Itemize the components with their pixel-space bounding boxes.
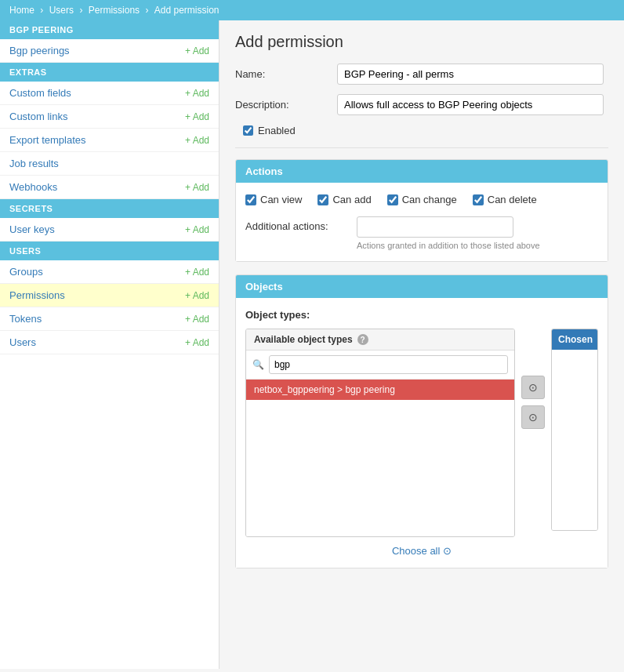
can-delete-label: Can delete xyxy=(488,194,537,205)
can-delete-group: Can delete xyxy=(473,194,537,205)
can-add-checkbox[interactable] xyxy=(317,194,328,205)
move-left-button[interactable]: ⊙ xyxy=(521,405,545,429)
actions-panel: Actions Can view Can add Can change xyxy=(235,159,608,262)
enabled-label: Enabled xyxy=(258,125,296,136)
sidebar-add-user-keys[interactable]: + Add xyxy=(185,224,209,235)
breadcrumb: Home › Users › Permissions › Add permiss… xyxy=(0,0,624,20)
sidebar-item-custom-fields[interactable]: Custom fields + Add xyxy=(0,82,219,105)
sidebar-item-groups-label: Groups xyxy=(9,266,43,278)
can-add-group: Can add xyxy=(317,194,371,205)
can-view-group: Can view xyxy=(245,194,302,205)
additional-actions-hint: Actions granted in addition to those lis… xyxy=(357,241,598,250)
breadcrumb-users[interactable]: Users xyxy=(49,5,74,16)
enabled-checkbox[interactable] xyxy=(243,125,253,136)
can-delete-checkbox[interactable] xyxy=(473,194,484,205)
can-view-checkbox[interactable] xyxy=(245,194,256,205)
sidebar-item-bgp-peerings-label: Bgp peerings xyxy=(9,45,70,56)
sidebar-item-bgp-peerings[interactable]: Bgp peerings + Add xyxy=(0,39,219,63)
additional-actions-input[interactable] xyxy=(357,216,513,238)
name-input[interactable] xyxy=(337,64,604,85)
can-add-label: Can add xyxy=(332,194,371,205)
arrow-buttons: ⊙ ⊙ xyxy=(515,376,551,429)
sidebar-item-permissions[interactable]: Permissions + Add xyxy=(0,284,219,307)
sidebar-add-custom-fields[interactable]: + Add xyxy=(185,88,209,99)
sidebar-item-job-results[interactable]: Job results xyxy=(0,152,219,176)
can-change-group: Can change xyxy=(387,194,457,205)
sidebar-section-users: USERS xyxy=(0,242,219,260)
can-change-label: Can change xyxy=(402,194,457,205)
move-right-button[interactable]: ⊙ xyxy=(521,376,545,399)
available-list-header: Available object types ? xyxy=(246,329,514,351)
breadcrumb-current: Add permission xyxy=(154,5,219,16)
dual-list-container: Available object types ? 🔍 netbox_bgppee… xyxy=(245,329,598,537)
sidebar-add-users[interactable]: + Add xyxy=(185,337,209,348)
sidebar-item-export-templates[interactable]: Export templates + Add xyxy=(0,129,219,152)
objects-panel: Objects Object types: Available object t… xyxy=(235,274,608,568)
divider xyxy=(235,147,608,148)
description-field-group: Description: xyxy=(235,94,608,115)
object-search-input[interactable] xyxy=(269,355,508,374)
can-view-label: Can view xyxy=(260,194,302,205)
additional-actions-right: Actions granted in addition to those lis… xyxy=(357,216,598,250)
sidebar-add-export-templates[interactable]: + Add xyxy=(185,135,209,146)
sidebar-item-custom-links[interactable]: Custom links + Add xyxy=(0,105,219,129)
list-items: netbox_bgppeering > bgp peering xyxy=(246,380,514,536)
sidebar-item-user-keys[interactable]: User keys + Add xyxy=(0,218,219,242)
sidebar-item-tokens[interactable]: Tokens + Add xyxy=(0,307,219,331)
objects-panel-header: Objects xyxy=(236,275,608,298)
sidebar-item-groups[interactable]: Groups + Add xyxy=(0,260,219,284)
sidebar-section-extras: EXTRAS xyxy=(0,63,219,82)
sidebar-add-tokens[interactable]: + Add xyxy=(185,314,209,325)
objects-panel-body: Object types: Available object types ? 🔍 xyxy=(236,298,608,568)
list-item-bgp-peering[interactable]: netbox_bgppeering > bgp peering xyxy=(246,380,514,400)
additional-actions-label: Additional actions: xyxy=(245,216,347,232)
description-input[interactable] xyxy=(337,94,604,115)
help-icon[interactable]: ? xyxy=(357,334,368,345)
sidebar-add-bgp-peerings[interactable]: + Add xyxy=(185,45,209,56)
sidebar-item-webhooks[interactable]: Webhooks + Add xyxy=(0,176,219,199)
page-title: Add permission xyxy=(235,33,608,51)
enabled-group: Enabled xyxy=(235,125,608,136)
sidebar-add-permissions[interactable]: + Add xyxy=(185,290,209,301)
name-label: Name: xyxy=(235,68,337,80)
breadcrumb-home[interactable]: Home xyxy=(9,5,34,16)
search-icon: 🔍 xyxy=(252,359,264,370)
object-types-label: Object types: xyxy=(245,309,598,321)
main-content: Add permission Name: Description: Enable… xyxy=(219,20,624,669)
sidebar-item-users-label: Users xyxy=(9,336,36,348)
actions-panel-body: Can view Can add Can change Can delete xyxy=(236,183,608,261)
chosen-list-header: Chosen xyxy=(552,329,597,350)
chosen-list-box: Chosen xyxy=(551,329,598,531)
sidebar-item-job-results-label: Job results xyxy=(9,158,59,169)
name-field-group: Name: xyxy=(235,64,608,85)
choose-all-icon: ⊙ xyxy=(443,545,452,557)
sidebar-add-custom-links[interactable]: + Add xyxy=(185,111,209,122)
sidebar-section-secrets: SECRETS xyxy=(0,199,219,218)
actions-checkboxes-row: Can view Can add Can change Can delete xyxy=(245,194,598,205)
additional-actions-row: Additional actions: Actions granted in a… xyxy=(245,216,598,250)
available-list-header-label: Available object types xyxy=(254,334,353,345)
choose-all-row: Choose all ⊙ xyxy=(245,545,598,557)
sidebar: BGP PEERING Bgp peerings + Add EXTRAS Cu… xyxy=(0,20,219,669)
chosen-list-body xyxy=(552,350,597,530)
sidebar-add-groups[interactable]: + Add xyxy=(185,267,209,278)
sidebar-item-users[interactable]: Users + Add xyxy=(0,331,219,354)
can-change-checkbox[interactable] xyxy=(387,194,398,205)
sidebar-item-webhooks-label: Webhooks xyxy=(9,181,57,193)
actions-panel-header: Actions xyxy=(236,160,608,183)
sidebar-item-custom-links-label: Custom links xyxy=(9,111,67,122)
sidebar-item-custom-fields-label: Custom fields xyxy=(9,87,71,99)
sidebar-item-permissions-label: Permissions xyxy=(9,289,65,301)
sidebar-section-bgp-peering: BGP PEERING xyxy=(0,20,219,39)
sidebar-item-tokens-label: Tokens xyxy=(9,313,42,325)
sidebar-item-export-templates-label: Export templates xyxy=(9,134,86,146)
choose-all-link[interactable]: Choose all ⊙ xyxy=(392,545,452,557)
list-search-row: 🔍 xyxy=(246,351,514,380)
available-list-box: Available object types ? 🔍 netbox_bgppee… xyxy=(245,329,515,537)
sidebar-add-webhooks[interactable]: + Add xyxy=(185,182,209,193)
sidebar-item-user-keys-label: User keys xyxy=(9,223,55,235)
description-label: Description: xyxy=(235,99,337,111)
breadcrumb-permissions[interactable]: Permissions xyxy=(89,5,140,16)
